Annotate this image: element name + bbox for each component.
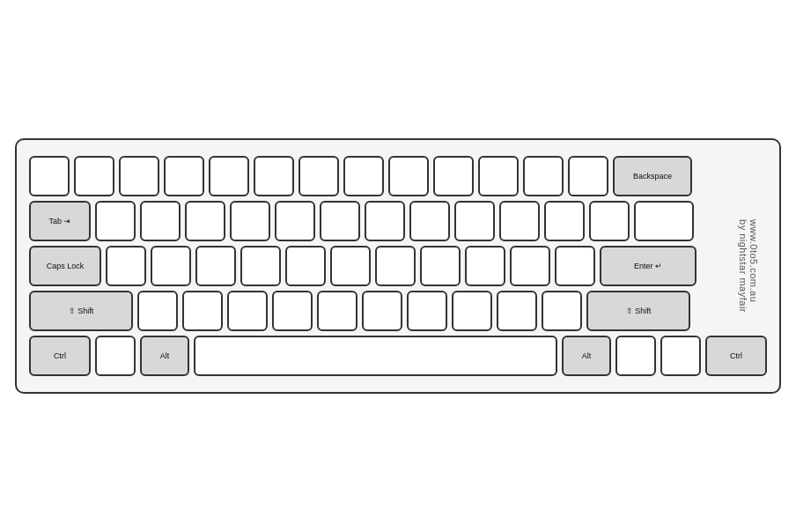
key-1[interactable] bbox=[74, 156, 114, 196]
key-c[interactable] bbox=[227, 291, 268, 331]
key-backslash[interactable] bbox=[634, 201, 694, 241]
key-q[interactable] bbox=[95, 201, 136, 241]
row-bottom: Ctrl Alt Alt Ctrl bbox=[29, 336, 767, 376]
key-ctrl-right[interactable]: Ctrl bbox=[705, 336, 767, 376]
key-backspace[interactable]: Backspace bbox=[613, 156, 692, 196]
key-f[interactable] bbox=[240, 246, 281, 286]
key-space[interactable] bbox=[194, 336, 557, 376]
key-caps-lock[interactable]: Caps Lock bbox=[29, 246, 101, 286]
key-slash[interactable] bbox=[542, 291, 582, 331]
key-z[interactable] bbox=[137, 291, 178, 331]
key-shift-right[interactable]: ⇧ Shift bbox=[586, 291, 690, 331]
key-menu[interactable] bbox=[660, 336, 701, 376]
key-2[interactable] bbox=[119, 156, 159, 196]
key-5[interactable] bbox=[254, 156, 294, 196]
key-d[interactable] bbox=[195, 246, 236, 286]
key-r[interactable] bbox=[230, 201, 270, 241]
key-u[interactable] bbox=[365, 201, 405, 241]
key-h[interactable] bbox=[330, 246, 371, 286]
row-qwerty: Tab ⇥ bbox=[29, 201, 767, 241]
key-i[interactable] bbox=[409, 201, 450, 241]
keyboard: Backspace Tab ⇥ Caps Lock bbox=[29, 156, 767, 376]
key-b[interactable] bbox=[317, 291, 357, 331]
key-shift-left[interactable]: ⇧ Shift bbox=[29, 291, 133, 331]
key-open-bracket[interactable] bbox=[544, 201, 585, 241]
key-x[interactable] bbox=[182, 291, 223, 331]
key-w[interactable] bbox=[140, 201, 181, 241]
keyboard-container: Backspace Tab ⇥ Caps Lock bbox=[15, 138, 781, 394]
key-tab[interactable]: Tab ⇥ bbox=[29, 201, 91, 241]
key-m[interactable] bbox=[407, 291, 447, 331]
key-ctrl-left[interactable]: Ctrl bbox=[29, 336, 91, 376]
key-minus[interactable] bbox=[523, 156, 564, 196]
key-a[interactable] bbox=[106, 246, 146, 286]
key-equals[interactable] bbox=[568, 156, 608, 196]
key-backtick[interactable] bbox=[29, 156, 70, 196]
row-number: Backspace bbox=[29, 156, 767, 196]
key-alt-right[interactable]: Alt bbox=[562, 336, 611, 376]
key-p[interactable] bbox=[499, 201, 540, 241]
key-6[interactable] bbox=[298, 156, 339, 196]
key-y[interactable] bbox=[320, 201, 360, 241]
key-v[interactable] bbox=[272, 291, 313, 331]
key-9[interactable] bbox=[433, 156, 474, 196]
key-comma[interactable] bbox=[452, 291, 492, 331]
key-fn[interactable] bbox=[95, 336, 136, 376]
row-zxcv: ⇧ Shift ⇧ Shift bbox=[29, 291, 767, 331]
key-n[interactable] bbox=[362, 291, 402, 331]
row-asdf: Caps Lock Enter ↵ bbox=[29, 246, 767, 286]
key-4[interactable] bbox=[209, 156, 249, 196]
key-8[interactable] bbox=[388, 156, 429, 196]
key-k[interactable] bbox=[420, 246, 461, 286]
key-j[interactable] bbox=[375, 246, 416, 286]
key-0[interactable] bbox=[478, 156, 519, 196]
key-alt-left[interactable]: Alt bbox=[140, 336, 189, 376]
key-close-bracket[interactable] bbox=[589, 201, 630, 241]
key-e[interactable] bbox=[185, 201, 225, 241]
key-3[interactable] bbox=[164, 156, 204, 196]
key-t[interactable] bbox=[275, 201, 315, 241]
watermark: www.0to5.com.au by nightstar mayfair bbox=[738, 219, 759, 313]
key-semicolon[interactable] bbox=[510, 246, 550, 286]
key-l[interactable] bbox=[465, 246, 505, 286]
key-period[interactable] bbox=[497, 291, 537, 331]
key-g[interactable] bbox=[285, 246, 326, 286]
key-7[interactable] bbox=[343, 156, 384, 196]
key-enter[interactable]: Enter ↵ bbox=[600, 246, 696, 286]
key-s[interactable] bbox=[151, 246, 191, 286]
key-fn2[interactable] bbox=[615, 336, 656, 376]
key-o[interactable] bbox=[454, 201, 495, 241]
key-quote[interactable] bbox=[555, 246, 595, 286]
